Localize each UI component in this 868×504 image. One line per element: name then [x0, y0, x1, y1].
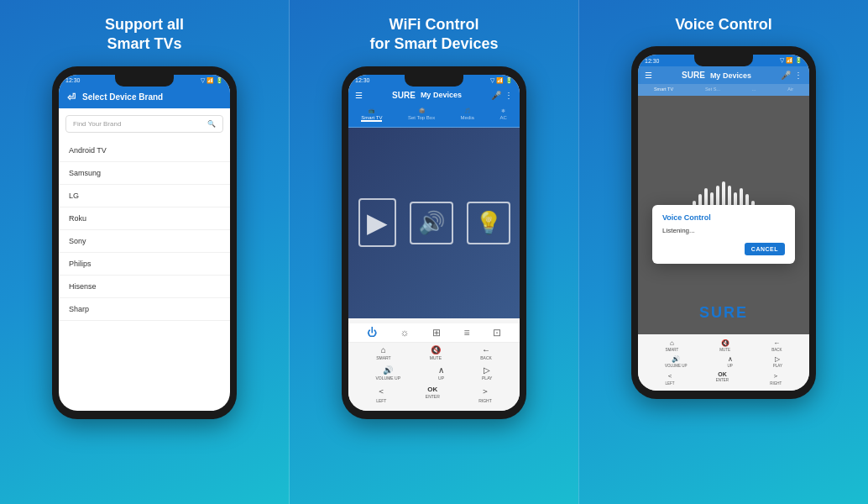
light-hero-icon: 💡 [467, 202, 510, 244]
remote-controls: ⏻ ☼ ⊞ ≡ ⊡ ⌂ SMART 🔇 MUTE ← [348, 318, 520, 411]
phone2-notch [405, 75, 463, 87]
back-button[interactable]: ← BACK [480, 345, 492, 360]
control-row-3: ＜ LEFT OK ENTER ＞ RIGHT [348, 383, 520, 406]
right-button[interactable]: ＞ RIGHT [478, 386, 492, 403]
mute-button[interactable]: 🔇 MUTE [430, 345, 442, 360]
list-item[interactable]: Sharp [59, 298, 230, 321]
sure-logo-overlay: SURE [699, 304, 748, 322]
phone3-time: 12:30 [645, 58, 660, 64]
brand-search[interactable]: Find Your Brand 🔍 [65, 115, 223, 133]
tab-media[interactable]: 🎵 Media [461, 108, 474, 122]
phone3-appbar: ☰ SURE My Devices 🎤 ⋮ [638, 66, 809, 84]
list-item[interactable]: Philips [59, 253, 230, 276]
power-tab-icon[interactable]: ⏻ [367, 327, 377, 339]
more-icon[interactable]: ⋮ [505, 91, 513, 100]
list-item[interactable]: Samsung [59, 162, 230, 185]
mini-ctrl-row-3: ＜ LEFT OK ENTER ＞ RIGHT [638, 370, 809, 387]
tab-smart-tv[interactable]: 📺 Smart TV [361, 108, 382, 122]
hamburger-icon[interactable]: ☰ [355, 91, 363, 100]
play-button[interactable]: ▷ PLAY [482, 365, 492, 381]
dialog-title: Voice Control [662, 213, 785, 222]
panel-smart-tvs: Support all Smart TVs 12:30 ▽ 📶 🔋 ⏎ Sele… [0, 0, 289, 504]
mini-up-button[interactable]: ∧ UP [728, 355, 733, 368]
speaker-hero-icon: 🔊 [410, 202, 453, 244]
tv-icon: 📺 [369, 108, 374, 113]
menu-tab-icon[interactable]: ≡ [464, 327, 470, 339]
status-icons-3: ▽ 📶 🔋 [780, 57, 803, 64]
dialog-actions: CANCEL [662, 243, 785, 255]
control-tabs: ⏻ ☼ ⊞ ≡ ⊡ [348, 323, 520, 343]
phone3-device-tabs: Smart TV Set S... ... Air [638, 84, 809, 96]
phone1-time: 12:30 [65, 77, 81, 83]
media-icon: 🎵 [464, 108, 470, 113]
smart-button[interactable]: ⌂ SMART [376, 345, 390, 360]
voice-control-dialog: Voice Control Listening... CANCEL [652, 205, 795, 264]
phone1-notch [115, 75, 174, 87]
brand-logo-3: SURE [682, 71, 705, 80]
ac-icon: ❄ [501, 108, 505, 113]
mini-enter-button[interactable]: OK ENTER [716, 371, 729, 386]
devices-title: My Devices [421, 91, 462, 99]
phone2-screen: 12:30 ▽ 📶 🔋 ☰ SURE My Devices 🎤 ⋮ [348, 75, 520, 411]
stb-icon: 📦 [419, 108, 425, 113]
phone-1: 12:30 ▽ 📶 🔋 ⏎ Select Device Brand Find Y… [52, 66, 237, 419]
panel3-title: Voice Control [675, 15, 772, 34]
grid-tab-icon[interactable]: ⊞ [432, 327, 441, 339]
panel2-title: WiFi Control for Smart Devices [369, 15, 498, 55]
enter-button[interactable]: OK ENTER [426, 386, 440, 403]
search-icon[interactable]: 🔍 [207, 120, 216, 128]
mini-play-button[interactable]: ▷ PLAY [773, 355, 782, 368]
volume-up-button[interactable]: 🔊 VOLUME UP [376, 365, 400, 381]
panel-wifi-control: WiFi Control for Smart Devices 12:30 ▽ 📶… [289, 0, 579, 504]
more-icon-3[interactable]: ⋮ [794, 71, 803, 80]
hamburger-icon-3[interactable]: ☰ [645, 71, 652, 80]
device-tabs: 📺 Smart TV 📦 Set Top Box 🎵 Media ❄ AC [348, 104, 520, 128]
control-row-1: ⌂ SMART 🔇 MUTE ← BACK [348, 343, 520, 363]
phone-3: 12:30 ▽ 📶 🔋 ☰ SURE My Devices 🎤 ⋮ [631, 46, 816, 399]
mini-remote-controls: ⌂ SMART 🔇 MUTE ← BACK 🔊 VOLUME [638, 334, 809, 391]
brand-list: Android TV Samsung LG Roku Sony Philips … [59, 139, 230, 411]
dialog-message: Listening... [662, 227, 785, 234]
mini-right-button[interactable]: ＞ RIGHT [770, 371, 782, 386]
brand-logo: SURE [392, 91, 416, 100]
phone1-appbar-title: Select Device Brand [82, 92, 163, 102]
list-item[interactable]: Android TV [59, 139, 230, 162]
phone3-screen: 12:30 ▽ 📶 🔋 ☰ SURE My Devices 🎤 ⋮ [638, 55, 809, 391]
device-hero: ▶ 🔊 💡 [348, 128, 520, 318]
phone2-appbar: ☰ SURE My Devices 🎤 ⋮ [348, 87, 520, 104]
play-hero-icon: ▶ [358, 198, 396, 247]
cast-tab-icon[interactable]: ⊡ [493, 327, 501, 339]
phone1-screen: 12:30 ▽ 📶 🔋 ⏎ Select Device Brand Find Y… [59, 75, 230, 411]
search-placeholder: Find Your Brand [73, 120, 121, 128]
mini-smart-button[interactable]: ⌂ SMART [666, 339, 679, 352]
status-icons: ▽ 📶 🔋 [201, 77, 223, 84]
left-button[interactable]: ＜ LEFT [376, 386, 386, 403]
up-button[interactable]: ∧ UP [438, 365, 444, 381]
status-icons-2: ▽ 📶 🔋 [490, 77, 513, 84]
phone1-appbar: ⏎ Select Device Brand [59, 87, 230, 108]
control-row-2: 🔊 VOLUME UP ∧ UP ▷ PLAY [348, 363, 520, 383]
mini-back-button[interactable]: ← BACK [771, 339, 782, 352]
mini-volup-button[interactable]: 🔊 VOLUME UP [665, 355, 688, 368]
list-item[interactable]: Sony [59, 230, 230, 253]
phone-2: 12:30 ▽ 📶 🔋 ☰ SURE My Devices 🎤 ⋮ [342, 66, 526, 419]
tab-ac[interactable]: ❄ AC [499, 108, 506, 122]
list-item[interactable]: Roku [59, 207, 230, 230]
mic-icon[interactable]: 🎤 [491, 91, 501, 100]
list-item[interactable]: LG [59, 185, 230, 207]
phone2-time: 12:30 [355, 77, 370, 83]
mini-ctrl-row-1: ⌂ SMART 🔇 MUTE ← BACK [638, 338, 809, 354]
phone3-notch [694, 55, 753, 66]
back-icon[interactable]: ⏎ [67, 92, 76, 103]
devices-title-3: My Devices [710, 71, 751, 80]
mini-ctrl-row-2: 🔊 VOLUME UP ∧ UP ▷ PLAY [638, 354, 809, 370]
list-item[interactable]: Hisense [59, 276, 230, 298]
mini-left-button[interactable]: ＜ LEFT [666, 371, 675, 386]
mini-mute-button[interactable]: 🔇 MUTE [719, 339, 730, 352]
settings-tab-icon[interactable]: ☼ [400, 327, 409, 339]
cancel-button[interactable]: CANCEL [745, 243, 785, 255]
tab-set-top-box[interactable]: 📦 Set Top Box [408, 108, 435, 122]
mic-icon-3[interactable]: 🎤 [781, 71, 791, 80]
panel-voice-control: Voice Control 12:30 ▽ 📶 🔋 ☰ SURE My Devi… [579, 0, 868, 504]
panel1-title: Support all Smart TVs [105, 15, 184, 55]
